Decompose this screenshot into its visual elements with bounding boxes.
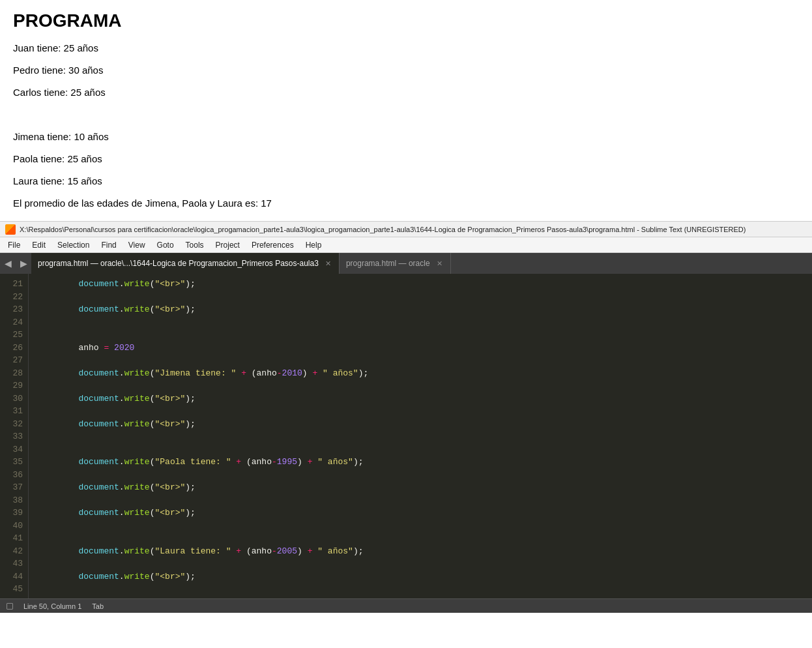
title-bar: X:\Respaldos\Personal\cursos para certif… [0, 222, 812, 237]
tab-bar: ◀ ▶ programa.html — oracle\...\1644-Logi… [0, 253, 812, 274]
status-indicator [7, 603, 13, 610]
page-title: PROGRAMA [13, 10, 799, 31]
tab-active-label: programa.html — oracle\...\1644-Logica d… [38, 259, 319, 268]
output-line-1: Juan tiene: 25 años [13, 40, 799, 56]
menu-preferences[interactable]: Preferences [246, 239, 299, 251]
output-line-3: Carlos tiene: 25 años [13, 85, 799, 100]
menu-edit[interactable]: Edit [27, 239, 51, 251]
tab-active-close[interactable]: ✕ [324, 259, 332, 268]
output-line-2: Pedro tiene: 30 años [13, 63, 799, 78]
output-line-8: El promedio de las edades de Jimena, Pao… [13, 196, 799, 211]
menu-find[interactable]: Find [96, 239, 121, 251]
menu-help[interactable]: Help [300, 239, 327, 251]
code-area[interactable]: 21 22 23 24 25 26 27 28 29 30 31 32 33 3… [0, 274, 812, 598]
status-position: Line 50, Column 1 [23, 602, 81, 610]
tab-active[interactable]: programa.html — oracle\...\1644-Logica d… [31, 253, 340, 274]
menu-goto[interactable]: Goto [152, 239, 179, 251]
tab-inactive-close[interactable]: ✕ [435, 259, 444, 268]
output-line-4 [13, 107, 799, 123]
output-line-7: Laura tiene: 15 años [13, 173, 799, 189]
status-bar: Line 50, Column 1 Tab [0, 598, 812, 613]
menu-view[interactable]: View [123, 239, 151, 251]
app-icon [5, 224, 16, 235]
tab-inactive-label: programa.html — oracle [346, 259, 430, 268]
tab-nav-right[interactable]: ▶ [16, 253, 31, 274]
tab-inactive[interactable]: programa.html — oracle ✕ [340, 253, 451, 274]
menu-project[interactable]: Project [210, 239, 245, 251]
title-text: X:\Respaldos\Personal\cursos para certif… [20, 226, 807, 233]
menu-tools[interactable]: Tools [181, 239, 209, 251]
menu-bar: File Edit Selection Find View Goto Tools… [0, 237, 812, 253]
menu-file[interactable]: File [3, 239, 25, 251]
browser-output: PROGRAMA Juan tiene: 25 años Pedro tiene… [0, 0, 812, 222]
output-line-5: Jimena tiene: 10 años [13, 129, 799, 145]
output-line-6: Paola tiene: 25 años [13, 151, 799, 167]
line-numbers: 21 22 23 24 25 26 27 28 29 30 31 32 33 3… [0, 274, 29, 598]
code-editor[interactable]: document.write("<br>"); document.write("… [29, 274, 812, 598]
tab-nav-left[interactable]: ◀ [0, 253, 16, 274]
status-tab: Tab [92, 602, 104, 610]
menu-selection[interactable]: Selection [52, 239, 94, 251]
editor-container: ◀ ▶ programa.html — oracle\...\1644-Logi… [0, 253, 812, 613]
